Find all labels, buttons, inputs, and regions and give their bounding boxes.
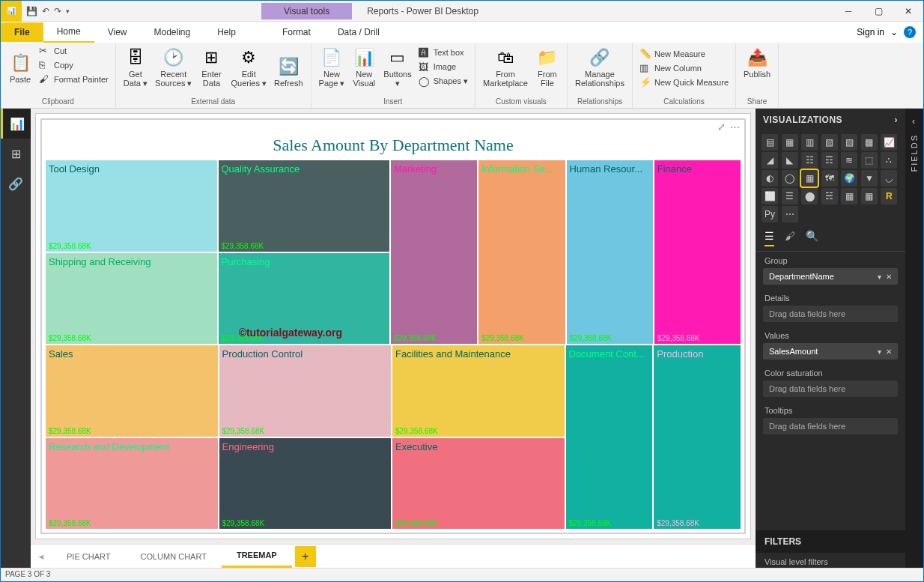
remove-field-icon[interactable]: ✕ <box>886 273 892 281</box>
viz-stacked-bar-icon[interactable]: ▤ <box>762 134 778 151</box>
tab-view[interactable]: View <box>94 22 141 42</box>
new-page-button[interactable]: 📄New Page ▾ <box>316 44 348 89</box>
viz-py-icon[interactable]: Py <box>762 206 778 222</box>
sign-in-link[interactable]: Sign in <box>857 27 884 37</box>
shapes-button[interactable]: ◯Shapes ▾ <box>416 75 470 88</box>
viz-kpi-icon[interactable]: ⬤ <box>801 188 818 204</box>
values-well[interactable]: SalesAmount▾✕ <box>763 343 898 360</box>
qat-dropdown-icon[interactable]: ▾ <box>66 7 70 15</box>
viz-stacked-area-icon[interactable]: ◣ <box>782 152 798 169</box>
viz-slicer-icon[interactable]: ☵ <box>821 188 838 204</box>
chevron-left-icon[interactable]: ‹ <box>912 116 917 127</box>
save-icon[interactable]: 💾 <box>26 6 37 16</box>
chevron-right-icon[interactable]: › <box>895 115 899 125</box>
prev-page-button[interactable]: ◄ <box>31 546 52 567</box>
viz-donut-icon[interactable]: ◯ <box>782 170 798 187</box>
new-measure-button[interactable]: 📏New Measure <box>637 47 731 60</box>
analytics-tab-icon[interactable]: 🔍 <box>806 230 818 246</box>
edit-queries-button[interactable]: ⚙Edit Queries ▾ <box>228 44 270 89</box>
tab-datadrill[interactable]: Data / Drill <box>324 22 393 42</box>
viz-map-icon[interactable]: 🗺 <box>821 170 838 187</box>
viz-line-column-icon[interactable]: ☷ <box>801 152 818 169</box>
manage-relationships-button[interactable]: 🔗Manage Relationships <box>572 44 627 89</box>
undo-icon[interactable]: ↶ <box>42 6 49 16</box>
viz-multirow-icon[interactable]: ☰ <box>782 188 798 204</box>
add-page-button[interactable]: + <box>295 546 316 567</box>
tab-home[interactable]: Home <box>43 22 94 43</box>
viz-area-icon[interactable]: ◢ <box>762 152 778 169</box>
viz-funnel-icon[interactable]: ▼ <box>861 170 878 187</box>
treemap-visual[interactable]: ⤢ ⋯ Sales Amount By Department Name ©tut… <box>40 118 746 534</box>
details-well[interactable]: Drag data fields here <box>763 306 898 322</box>
viz-line-icon[interactable]: 📈 <box>881 134 897 151</box>
format-painter-button[interactable]: 🖌Format Painter <box>37 73 111 85</box>
focus-mode-icon[interactable]: ⤢ <box>717 121 726 133</box>
from-marketplace-button[interactable]: 🛍From Marketplace <box>480 44 531 89</box>
format-tab-icon[interactable]: 🖌 <box>785 230 795 246</box>
tab-modeling[interactable]: Modeling <box>140 22 204 42</box>
new-quick-measure-button[interactable]: ⚡New Quick Measure <box>637 76 731 88</box>
publish-button[interactable]: 📤Publish <box>741 44 773 80</box>
page-tab-pie[interactable]: PIE CHART <box>52 546 125 567</box>
filters-header[interactable]: FILTERS <box>756 530 905 553</box>
from-file-button[interactable]: 📁From File <box>532 44 562 89</box>
new-column-button[interactable]: ▥New Column <box>637 61 731 74</box>
viz-matrix-icon[interactable]: ▦ <box>861 188 878 204</box>
viz-ribbon-icon[interactable]: ≋ <box>841 152 857 169</box>
buttons-button[interactable]: ▭Buttons ▾ <box>380 44 414 89</box>
new-visual-button[interactable]: 📊New Visual <box>349 44 379 89</box>
get-data-button[interactable]: 🗄Get Data ▾ <box>121 44 151 89</box>
redo-icon[interactable]: ↷ <box>54 6 61 16</box>
close-button[interactable]: ✕ <box>893 1 923 22</box>
more-options-icon[interactable]: ⋯ <box>730 121 740 133</box>
group-well[interactable]: DepartmentName▾✕ <box>763 268 898 285</box>
help-icon[interactable]: ? <box>904 26 916 38</box>
viz-clustered-column-icon[interactable]: ▧ <box>821 134 838 151</box>
viz-more-icon[interactable]: ⋯ <box>782 206 798 222</box>
measure-icon: 📏 <box>639 48 651 59</box>
refresh-button[interactable]: 🔄Refresh <box>271 44 306 89</box>
tooltips-well[interactable]: Drag data fields here <box>763 418 898 434</box>
viz-clustered-bar-icon[interactable]: ▥ <box>801 134 818 151</box>
viz-card-icon[interactable]: ⬜ <box>762 188 778 204</box>
chevron-down-icon[interactable]: ▾ <box>878 273 881 281</box>
cell-value: $29,358.68K <box>394 334 437 342</box>
chevron-down-icon[interactable]: ⌄ <box>890 27 898 37</box>
viz-r-icon[interactable]: R <box>881 188 897 204</box>
page-tab-treemap[interactable]: TREEMAP <box>222 545 292 568</box>
viz-stacked-column-icon[interactable]: ▦ <box>782 134 798 151</box>
report-view-button[interactable]: 📊 <box>1 109 31 139</box>
remove-field-icon[interactable]: ✕ <box>886 348 892 356</box>
saturation-well[interactable]: Drag data fields here <box>763 381 898 397</box>
page-tab-column[interactable]: COLUMN CHART <box>125 546 221 567</box>
viz-100-column-icon[interactable]: ▩ <box>861 134 878 151</box>
tab-format[interactable]: Format <box>269 22 324 42</box>
visual-tools-tab[interactable]: Visual tools <box>261 3 352 19</box>
treemap-chart[interactable]: ©tutorialgateway.org Tool Design$29,358.… <box>45 160 741 530</box>
paste-button[interactable]: 📋Paste <box>5 44 35 85</box>
cut-button[interactable]: ✂Cut <box>37 44 111 57</box>
copy-button[interactable]: ⎘Copy <box>37 58 111 71</box>
viz-treemap-icon[interactable]: ▦ <box>801 170 818 187</box>
recent-sources-button[interactable]: 🕑Recent Sources ▾ <box>152 44 195 89</box>
chevron-down-icon[interactable]: ▾ <box>878 348 881 356</box>
viz-waterfall-icon[interactable]: ⬚ <box>861 152 878 169</box>
viz-100-bar-icon[interactable]: ▨ <box>841 134 857 151</box>
minimize-button[interactable]: ─ <box>833 1 863 22</box>
viz-table-icon[interactable]: ▦ <box>841 188 857 204</box>
image-button[interactable]: 🖼Image <box>416 61 470 73</box>
viz-scatter-icon[interactable]: ∴ <box>881 152 897 169</box>
file-menu[interactable]: File <box>1 22 43 42</box>
data-view-button[interactable]: ⊞ <box>1 139 31 169</box>
tab-help[interactable]: Help <box>204 22 249 42</box>
viz-pie-icon[interactable]: ◐ <box>762 170 778 187</box>
fields-pane-collapsed[interactable]: ‹ FIELDS <box>905 109 923 568</box>
model-view-button[interactable]: 🔗 <box>1 169 31 198</box>
fields-tab-icon[interactable]: ☰ <box>765 230 774 246</box>
textbox-button[interactable]: 🅰Text box <box>416 46 470 59</box>
viz-line-column2-icon[interactable]: ☶ <box>821 152 838 169</box>
viz-gauge-icon[interactable]: ◡ <box>881 170 897 187</box>
maximize-button[interactable]: ▢ <box>863 1 893 22</box>
viz-filled-map-icon[interactable]: 🌍 <box>841 170 857 187</box>
enter-data-button[interactable]: ⊞Enter Data <box>196 44 226 89</box>
